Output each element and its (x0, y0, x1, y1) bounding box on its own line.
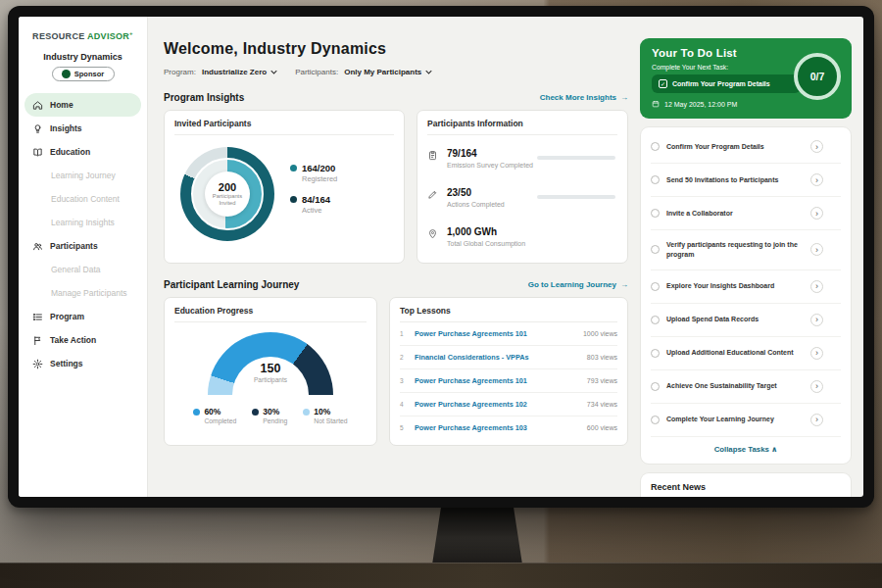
go-to-learning-journey-link[interactable]: Go to Learning Journey → (528, 280, 628, 289)
legend-item-active: 84/164 Active (290, 194, 337, 215)
sidebar-item-education[interactable]: Education (19, 140, 147, 164)
chevron-right-icon[interactable]: › (810, 207, 823, 220)
task-row[interactable]: Complete Your Learning Journey › (651, 404, 841, 437)
sidebar-item-home[interactable]: Home (24, 93, 141, 117)
task-row[interactable]: Invite a Collaborator › (651, 197, 841, 230)
sidebar-item-manage-participants[interactable]: Manage Participants (19, 281, 147, 305)
next-task-checkbox[interactable]: ✓ (659, 79, 667, 88)
sidebar-item-program[interactable]: Program (19, 305, 147, 328)
program-select[interactable]: Industrialize Zero (202, 68, 277, 76)
link-label: Go to Learning Journey (528, 280, 616, 289)
task-checkbox[interactable] (651, 316, 660, 324)
active-value: 84/164 (302, 194, 330, 205)
lesson-link[interactable]: Power Purchase Agreements 101 (415, 329, 576, 338)
sidebar-item-settings[interactable]: Settings (19, 352, 147, 375)
task-checkbox[interactable] (651, 142, 660, 151)
sidebar-item-label: Participants (50, 241, 98, 251)
invited-card-body: 200 Participants Invited 164/200 (174, 135, 394, 241)
task-checkbox[interactable] (651, 349, 660, 358)
sidebar-item-label: Education Content (51, 194, 120, 204)
task-label: Verify participants requesting to join t… (666, 240, 804, 260)
lesson-link[interactable]: Power Purchase Agreements 102 (415, 400, 580, 409)
task-label: Confirm Your Program Details (666, 142, 804, 152)
task-label: Invite a Collaborator (666, 209, 804, 219)
lightbulb-icon (32, 123, 43, 134)
task-checkbox[interactable] (651, 282, 660, 291)
logo-plus: + (129, 30, 133, 36)
participants-select[interactable]: Only My Participants (344, 68, 432, 76)
completed-dot-icon (193, 409, 200, 416)
sidebar-item-take-action[interactable]: Take Action (19, 328, 147, 352)
not-started-label: Not Started (314, 417, 347, 424)
task-row[interactable]: Confirm Your Program Details › (651, 130, 841, 164)
filters-row: Program: Industrialize Zero Participants… (164, 68, 628, 76)
sidebar-item-learning-journey[interactable]: Learning Journey (19, 164, 147, 187)
chevron-right-icon[interactable]: › (810, 243, 823, 256)
chevron-right-icon[interactable]: › (810, 314, 823, 326)
learning-cards-row: Education Progress 150 Participants (164, 297, 628, 446)
location-pin-icon (427, 228, 439, 247)
task-row[interactable]: Verify participants requesting to join t… (651, 230, 841, 270)
task-row[interactable]: Achieve One Sustainability Target › (651, 370, 841, 404)
lessons-list: 1 Power Purchase Agreements 101 1000 vie… (400, 322, 617, 439)
chevron-right-icon[interactable]: › (810, 140, 823, 153)
app-logo: RESOURCE ADVISOR+ (19, 30, 147, 41)
collapse-tasks-link[interactable]: Collapse Tasks ∧ (651, 437, 841, 460)
chevron-right-icon[interactable]: › (810, 173, 823, 186)
recent-news-card: Recent News (640, 472, 852, 497)
task-row[interactable]: Explore Your Insights Dashboard › (651, 270, 841, 304)
chevron-down-icon (270, 70, 277, 74)
lesson-link[interactable]: Power Purchase Agreements 103 (415, 423, 580, 432)
logo-advisor-text: ADVISOR (87, 31, 129, 41)
lesson-link[interactable]: Power Purchase Agreements 101 (415, 376, 580, 385)
card-title: Education Progress (174, 306, 367, 322)
next-task-pill[interactable]: ✓ Confirm Your Program Details (652, 74, 801, 93)
task-row[interactable]: Upload Spend Data Records › (651, 304, 841, 337)
not-started-dot-icon (303, 409, 310, 416)
monitor-stand (432, 506, 522, 564)
lesson-row: 1 Power Purchase Agreements 101 1000 vie… (400, 322, 617, 346)
link-label: Check More Insights (540, 93, 616, 102)
chevron-right-icon[interactable]: › (810, 380, 823, 393)
monitor-bezel: RESOURCE ADVISOR+ Industry Dynamics Spon… (8, 6, 874, 508)
sidebar-nav: Home Insights Education Learning Journey (19, 93, 147, 375)
task-checkbox[interactable] (651, 175, 660, 184)
card-title: Participants Information (427, 119, 617, 135)
logo-text-advisor: ADVISOR+ (87, 31, 133, 41)
chevron-right-icon[interactable]: › (810, 347, 823, 360)
registered-label: Registered (302, 174, 337, 183)
sponsor-label: Sponsor (74, 70, 104, 78)
task-checkbox[interactable] (651, 416, 660, 424)
legend-item-registered: 164/200 Registered (290, 163, 337, 183)
participants-filter-label: Participants: (295, 68, 338, 76)
legend-item-pending: 30% Pending (252, 407, 287, 424)
lesson-rank: 3 (400, 377, 408, 384)
info-value: 1,000 GWh (447, 226, 525, 237)
lesson-views: 803 views (587, 354, 617, 361)
not-started-value: 10% (314, 407, 347, 416)
check-more-insights-link[interactable]: Check More Insights → (540, 93, 628, 102)
task-checkbox[interactable] (651, 245, 660, 254)
lesson-rank: 4 (400, 401, 408, 408)
participants-info-rows: 79/164 Emission Survey Completed 23/50 (427, 135, 617, 256)
task-label: Explore Your Insights Dashboard (666, 281, 804, 291)
task-row[interactable]: Upload Additional Educational Content › (651, 337, 841, 370)
chevron-right-icon[interactable]: › (810, 414, 823, 426)
chevron-right-icon[interactable]: › (810, 280, 823, 293)
legend-item-completed: 60% Completed (193, 407, 236, 424)
info-row-actions: 23/50 Actions Completed (427, 177, 617, 217)
pending-value: 30% (263, 407, 287, 416)
task-checkbox[interactable] (651, 382, 660, 391)
task-row[interactable]: Send 50 Invitations to Participants › (651, 164, 841, 197)
dashboard: RESOURCE ADVISOR+ Industry Dynamics Spon… (19, 17, 863, 497)
sidebar-item-insights[interactable]: Insights (19, 117, 147, 140)
task-label: Achieve One Sustainability Target (666, 381, 804, 391)
sidebar-item-education-content[interactable]: Education Content (19, 187, 147, 211)
task-checkbox[interactable] (651, 209, 660, 218)
gear-icon (32, 359, 43, 369)
sidebar-item-participants[interactable]: Participants (19, 234, 147, 258)
screen: RESOURCE ADVISOR+ Industry Dynamics Spon… (19, 17, 863, 497)
lesson-link[interactable]: Financial Considerations - VPPAs (415, 353, 580, 362)
sidebar-item-general-data[interactable]: General Data (19, 258, 147, 281)
sidebar-item-learning-insights[interactable]: Learning Insights (19, 211, 147, 234)
